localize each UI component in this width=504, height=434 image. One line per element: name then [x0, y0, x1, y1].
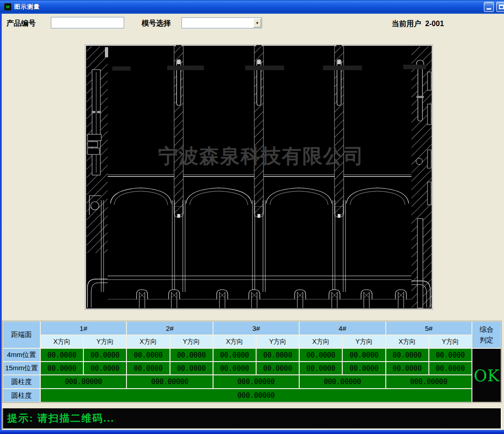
value-cell: 000.00000 — [386, 375, 471, 388]
window-title: 图示测量 — [14, 3, 40, 11]
value-cell: 00.0000 — [257, 362, 299, 374]
value-cell: 00.0000 — [343, 349, 385, 361]
value-cell: 00.0000 — [127, 362, 169, 374]
value-cell: 00.0000 — [300, 349, 342, 361]
current-user: 当前用户 2-001 — [392, 19, 444, 29]
chevron-down-icon[interactable]: ▼ — [253, 18, 261, 27]
value-cell: 00.0000 — [41, 362, 83, 374]
title-bar[interactable]: M 图示测量 — [0, 0, 504, 14]
subheader-y: Y方向 — [84, 335, 126, 348]
value-cell: 00.0000 — [214, 349, 256, 361]
mold-section-drawing: 宁波森泉科技有限公司 — [85, 44, 433, 310]
subheader-x: X方向 — [214, 335, 256, 348]
cad-drawing-viewport: 宁波森泉科技有限公司 — [85, 44, 433, 310]
subheader-y: Y方向 — [429, 335, 471, 348]
subheader-x: X方向 — [386, 335, 428, 348]
row-label-4mm: 4mm位置 — [3, 349, 40, 361]
current-user-label: 当前用户 — [392, 20, 421, 27]
product-number-label: 产品编号 — [6, 19, 36, 28]
table-corner-label: 距端面 — [3, 322, 40, 348]
minimize-icon — [487, 8, 491, 10]
row-label-cylindricity-total: 圆柱度 — [3, 389, 40, 402]
measurement-table: 距端面 1# 2# 3# 4# 5# 综合 判定 X方向 Y方向 X方向 Y方向… — [2, 321, 502, 403]
status-message: 提示: 请扫描二维码... — [3, 412, 115, 425]
value-cell: 00.0000 — [429, 349, 471, 361]
value-cell: 00.0000 — [429, 362, 471, 374]
subheader-x: X方向 — [300, 335, 342, 348]
client-area: 产品编号 模号选择 ▼ 当前用户 2-001 — [2, 14, 504, 430]
window-border-bottom — [0, 430, 504, 434]
value-cell: 00.0000 — [84, 349, 126, 361]
subheader-y: Y方向 — [343, 335, 385, 348]
subheader-x: X方向 — [41, 335, 83, 348]
app-icon: M — [4, 3, 11, 11]
status-bar: 提示: 请扫描二维码... — [2, 408, 502, 429]
row-label-cylindricity: 圆柱度 — [3, 375, 40, 388]
group-header-3: 3# — [214, 322, 299, 335]
minimize-button[interactable] — [484, 2, 494, 12]
judge-header: 综合 判定 — [472, 322, 501, 348]
watermark-text: 宁波森泉科技有限公司 — [158, 145, 364, 167]
value-cell: 00.0000 — [127, 349, 169, 361]
row-label-15mm: 15mm位置 — [3, 362, 40, 374]
value-cell: 000.00000 — [41, 389, 471, 402]
value-cell: 000.00000 — [41, 375, 126, 388]
maximize-button[interactable] — [496, 2, 504, 12]
value-cell: 00.0000 — [343, 362, 385, 374]
value-cell: 00.0000 — [170, 362, 213, 374]
group-header-4: 4# — [300, 322, 385, 335]
subheader-y: Y方向 — [170, 335, 213, 348]
product-number-input[interactable] — [51, 17, 124, 28]
value-cell: 00.0000 — [41, 349, 83, 361]
mold-select-dropdown[interactable]: ▼ — [181, 17, 262, 28]
value-cell: 00.0000 — [300, 362, 342, 374]
value-cell: 00.0000 — [386, 362, 428, 374]
subheader-x: X方向 — [127, 335, 169, 348]
value-cell: 00.0000 — [257, 349, 299, 361]
mold-select-label: 模号选择 — [142, 19, 171, 28]
app-window: M 图示测量 产品编号 模号选择 ▼ 当前用户 2-001 — [0, 0, 504, 434]
value-cell: 00.0000 — [386, 349, 428, 361]
subheader-y: Y方向 — [257, 335, 299, 348]
group-header-2: 2# — [127, 322, 212, 335]
judge-header-line1: 综合 — [480, 324, 493, 335]
maximize-icon — [499, 5, 504, 9]
value-cell: 00.0000 — [170, 349, 213, 361]
value-cell: 000.00000 — [214, 375, 299, 388]
judge-header-line2: 判定 — [480, 335, 493, 346]
value-cell: 000.00000 — [127, 375, 212, 388]
group-header-5: 5# — [386, 322, 471, 335]
overall-judge-value: OK — [472, 349, 501, 402]
value-cell: 00.0000 — [84, 362, 126, 374]
current-user-value: 2-001 — [425, 20, 444, 27]
group-header-1: 1# — [41, 322, 126, 335]
value-cell: 00.0000 — [214, 362, 256, 374]
value-cell: 000.00000 — [300, 375, 385, 388]
